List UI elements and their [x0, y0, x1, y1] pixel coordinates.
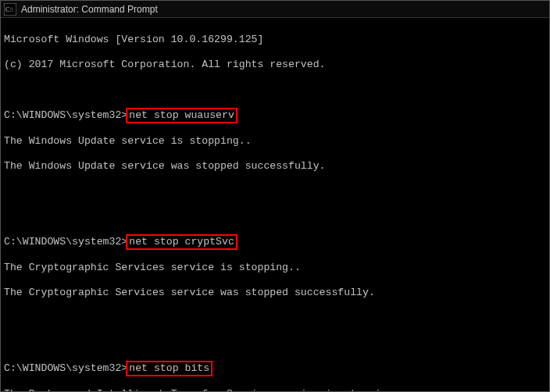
- version-line: Microsoft Windows [Version 10.0.16299.12…: [4, 34, 546, 46]
- output-line: The Cryptographic Services service was s…: [4, 287, 546, 299]
- window-title: Administrator: Command Prompt: [21, 4, 158, 15]
- output-line: The Windows Update service was stopped s…: [4, 160, 546, 173]
- output-line: The Background Intelligent Transfer Serv…: [4, 388, 546, 392]
- blank-line: [4, 312, 546, 324]
- cmd-icon: C:\: [4, 3, 16, 16]
- blank-line: [4, 337, 546, 349]
- highlighted-command: net stop cryptSvc: [126, 234, 238, 250]
- output-line: The Cryptographic Services service is st…: [4, 262, 546, 274]
- terminal-output[interactable]: Microsoft Windows [Version 10.0.16299.12…: [1, 18, 549, 392]
- output-line: The Windows Update service is stopping..: [4, 135, 546, 148]
- highlighted-command: net stop wuauserv: [126, 108, 238, 123]
- titlebar[interactable]: C:\ Administrator: Command Prompt: [1, 1, 549, 18]
- copyright-line: (c) 2017 Microsoft Corporation. All righ…: [4, 59, 546, 71]
- blank-line: [4, 185, 546, 198]
- cmd-line: C:\WINDOWS\system32>net stop bits: [4, 362, 546, 376]
- highlighted-command: net stop bits: [126, 361, 212, 376]
- cmd-line: C:\WINDOWS\system32>net stop cryptSvc: [4, 235, 546, 249]
- blank-line: [4, 84, 546, 96]
- cmd-line: C:\WINDOWS\system32>net stop wuauserv: [4, 109, 546, 123]
- prompt: C:\WINDOWS\system32>: [4, 362, 127, 374]
- prompt: C:\WINDOWS\system32>: [4, 236, 127, 248]
- svg-text:C:\: C:\: [5, 6, 14, 13]
- prompt: C:\WINDOWS\system32>: [4, 109, 127, 121]
- blank-line: [4, 210, 546, 223]
